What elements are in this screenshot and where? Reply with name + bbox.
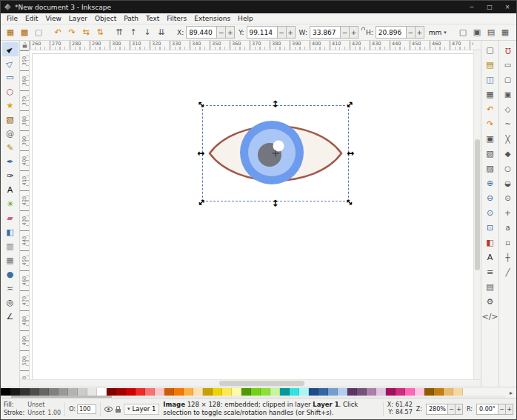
raise-to-top-button[interactable]: ⇈ [113,26,126,39]
snap-rotation-center-toggle[interactable]: + [501,206,516,220]
x-input[interactable]: 89.440 [186,26,217,39]
tool-bezier-pen[interactable]: ✒ [2,155,19,169]
units-dropdown[interactable]: mm▾ [425,26,450,39]
raise-button[interactable]: ↑ [127,26,140,39]
open-document-button[interactable]: ▤ [483,58,498,72]
layer-lock-toggle[interactable] [116,409,121,413]
vertical-scrollbar[interactable] [473,50,481,379]
tool-rectangle[interactable]: ▭ [2,70,19,84]
tool-dropper[interactable]: ● [2,267,19,281]
snap-bbox-toggle[interactable]: ▭ [501,58,516,72]
menu-item[interactable]: Text [142,15,163,22]
palette-scroll-right-button[interactable]: ▸ [506,387,516,398]
snap-bbox-edges-toggle[interactable]: ▢ [501,73,516,87]
snap-text-baseline-toggle[interactable]: a [501,221,516,235]
rotate-cw-button[interactable]: ↷ [65,26,79,39]
horizontal-ruler[interactable]: 2602702802903003103203303403503603703803… [30,41,473,50]
snap-midpoints-toggle[interactable]: ◒ [501,176,516,190]
scale-gradients-toggle[interactable]: ▤ [484,26,498,39]
menu-item[interactable]: Extensions [190,15,234,22]
scale-patterns-toggle[interactable]: ▦ [498,26,512,39]
y-increment-button[interactable]: + [287,26,296,39]
selection-handle-n[interactable]: ↔ [270,99,281,109]
width-decrement-button[interactable]: − [341,26,350,39]
y-input[interactable]: 99.114 [247,26,278,39]
scale-corners-toggle[interactable]: ▣ [470,26,484,39]
tool-zoom[interactable]: ◎ [2,296,19,310]
menu-item[interactable]: Help [234,15,257,22]
lower-to-bottom-button[interactable]: ⇊ [155,26,168,39]
maximize-button[interactable]: □ [481,1,498,13]
tool-measure[interactable]: ∠ [2,310,19,324]
snap-grid-toggle[interactable]: ┼ [501,250,516,264]
rotation-input[interactable]: 0.00° [476,404,498,415]
align-dialog-button[interactable]: ≡ [483,265,498,279]
selection-handle-w[interactable]: ↔ [196,148,206,159]
tool-gradient[interactable]: ▥ [2,239,19,253]
tool-paint-bucket[interactable]: ◧ [2,225,19,239]
menu-item[interactable]: File [3,15,21,22]
save-document-button[interactable]: ◫ [483,73,498,87]
scale-stroke-toggle[interactable]: ▢ [456,26,470,39]
copy-button[interactable]: ▣ [483,132,498,146]
menu-item[interactable]: View [42,15,65,22]
rotate-ccw-button[interactable]: ↶ [51,26,64,39]
tool-spray[interactable]: ✳ [2,197,19,211]
duplicate-button[interactable]: ▨ [483,161,498,176]
horizontal-scrollbar-thumb[interactable] [219,381,305,386]
snap-page-border-toggle[interactable]: ▫ [501,236,516,250]
tool-spiral[interactable]: @ [2,127,19,141]
horizontal-scrollbar[interactable] [30,379,481,387]
snap-controls-toggle[interactable]: ≡ [513,26,517,39]
tool-3d-box[interactable]: ▧ [2,113,19,127]
snap-guides-toggle[interactable]: ╱ [501,265,516,279]
tool-node-editor[interactable]: ▷ [2,56,19,70]
paste-button[interactable]: ▧ [483,147,498,161]
tool-text[interactable]: A [2,183,19,197]
tool-eraser[interactable]: ▰ [2,211,19,225]
snap-global-toggle[interactable]: Ω [501,43,516,57]
selection-handle-e[interactable]: ↔ [345,148,356,159]
tool-ellipse[interactable]: ○ [2,84,19,99]
width-increment-button[interactable]: + [350,26,358,39]
x-decrement-button[interactable]: − [217,26,226,39]
menu-item[interactable]: Path [120,15,142,22]
lower-button[interactable]: ↓ [141,26,154,39]
snap-nodes-toggle[interactable]: ◇ [501,102,516,116]
tool-selector[interactable]: ► [2,42,19,56]
tool-calligraphy[interactable]: ✑ [2,169,19,183]
zoom-out-button[interactable]: ⊖ [483,191,498,205]
flip-horizontal-button[interactable]: ⇆ [79,26,93,39]
canvas[interactable]: ↔ ↔ ↔ ↔ ↔ ↔ ↔ ↔ [30,50,473,379]
rotation-center-marker[interactable] [273,150,279,157]
menu-item[interactable]: Filters [163,15,190,22]
flip-vertical-button[interactable]: ⇅ [93,26,107,39]
print-button[interactable]: ▦ [483,87,498,101]
tool-star[interactable]: ★ [2,99,19,113]
snap-bbox-corners-toggle[interactable]: ▣ [501,87,516,101]
document-properties-button[interactable]: ⚙ [483,295,498,309]
vertical-ruler[interactable]: 3503603703803904004104204304404504604704… [20,50,30,379]
tool-mesh-gradient[interactable]: ▦ [2,253,19,267]
menu-item[interactable]: Layer [65,15,91,22]
tool-pencil[interactable]: ✎ [2,141,19,155]
vertical-scrollbar-thumb[interactable] [475,139,480,271]
snap-intersections-toggle[interactable]: ╳ [501,132,516,146]
selection-handle-s[interactable]: ↔ [270,198,281,208]
snap-paths-toggle[interactable]: ~ [501,117,516,131]
xml-editor-button[interactable]: </> [483,310,498,324]
zoom-increment-button[interactable]: + [456,404,463,415]
fill-stroke-dialog-button[interactable]: ◧ [483,236,498,250]
x-increment-button[interactable]: + [226,26,235,39]
minimize-button[interactable]: ─ [463,1,481,13]
palette-scrollbar[interactable] [1,396,506,398]
deselect-button[interactable]: ▢ [32,26,45,39]
snap-smooth-nodes-toggle[interactable]: ○ [501,161,516,176]
opacity-input[interactable]: 100 [77,404,96,414]
redo-button[interactable]: ↷ [483,117,498,131]
text-dialog-button[interactable]: A [483,250,498,264]
zoom-in-button[interactable]: ⊕ [483,176,498,190]
height-increment-button[interactable]: + [416,26,424,39]
close-button[interactable]: × [498,1,516,13]
menu-item[interactable]: Object [91,15,120,22]
